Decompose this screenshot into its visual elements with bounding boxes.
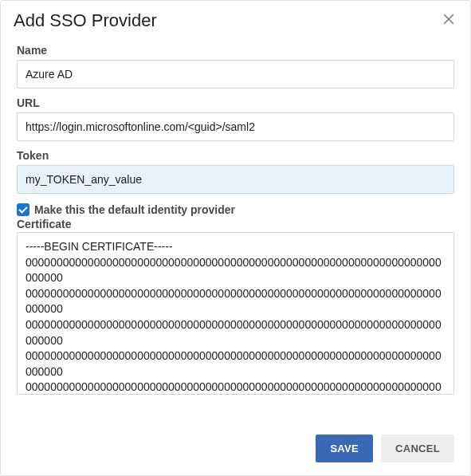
cancel-button[interactable]: CANCEL xyxy=(381,435,454,462)
default-provider-checkbox[interactable] xyxy=(17,203,29,216)
save-button[interactable]: SAVE xyxy=(316,435,373,462)
url-input[interactable] xyxy=(17,112,454,141)
sso-provider-dialog: Add SSO Provider Name URL Token Make thi… xyxy=(0,0,471,476)
dialog-title: Add SSO Provider xyxy=(14,10,157,31)
dialog-footer: SAVE CANCEL xyxy=(1,423,470,475)
close-icon xyxy=(442,17,456,29)
url-label: URL xyxy=(17,96,454,109)
default-provider-label: Make this the default identity provider xyxy=(34,203,235,216)
dialog-body: Name URL Token Make this the default ide… xyxy=(1,37,470,423)
token-label: Token xyxy=(17,149,454,162)
default-provider-row: Make this the default identity provider xyxy=(17,203,454,216)
certificate-textarea[interactable] xyxy=(17,232,454,395)
certificate-label: Certificate xyxy=(17,218,454,230)
token-input[interactable] xyxy=(17,165,454,194)
close-button[interactable] xyxy=(440,10,457,28)
name-label: Name xyxy=(17,44,454,57)
name-input[interactable] xyxy=(17,60,454,89)
dialog-header: Add SSO Provider xyxy=(1,1,470,37)
